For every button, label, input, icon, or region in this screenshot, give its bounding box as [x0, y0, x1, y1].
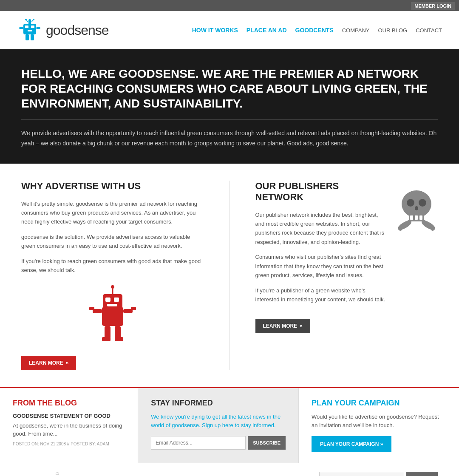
svg-rect-35 — [410, 215, 413, 220]
chevron-right-icon: » — [66, 360, 69, 366]
svg-rect-6 — [19, 27, 23, 29]
svg-rect-23 — [131, 307, 136, 310]
svg-point-13 — [33, 19, 34, 20]
svg-rect-4 — [28, 21, 31, 25]
svg-point-43 — [431, 227, 435, 231]
member-login-link[interactable]: MEMBER LOGIN — [411, 2, 455, 10]
footer: RSS SUBSCRIBE TO OUR RSS FEED SEARCH TER… — [0, 463, 459, 476]
informed-body: We know you're dying to get all the late… — [151, 413, 286, 431]
svg-rect-18 — [107, 304, 117, 306]
publishers-column: OUR PUBLISHERS NETWORK Our publisher net… — [255, 181, 438, 370]
nav-how-it-works[interactable]: HOW IT WORKS — [192, 27, 238, 34]
search-button[interactable]: SEARCH — [406, 472, 438, 476]
svg-rect-26 — [102, 337, 110, 341]
svg-point-32 — [419, 199, 426, 207]
top-bar: MEMBER LOGIN — [0, 0, 459, 11]
nav-our-blog[interactable]: OUR BLOG — [378, 27, 408, 34]
svg-rect-25 — [115, 326, 121, 339]
publishers-title: OUR PUBLISHERS NETWORK — [255, 181, 387, 203]
publishers-learn-more-label: LEARN MORE — [263, 323, 298, 329]
svg-point-42 — [422, 220, 426, 224]
svg-rect-37 — [419, 215, 422, 220]
header: goodsense HOW IT WORKS PLACE AN AD GOODC… — [0, 11, 459, 49]
svg-rect-22 — [89, 307, 94, 310]
publishers-section: OUR PUBLISHERS NETWORK Our publisher net… — [255, 181, 438, 310]
svg-point-29 — [111, 285, 114, 289]
svg-rect-9 — [31, 34, 34, 40]
svg-rect-3 — [28, 30, 32, 31]
footer-right: SEARCH TERMS OF USE PRIVACY POLICY COPYR… — [319, 472, 438, 476]
nav-place-an-ad[interactable]: PLACE AN AD — [246, 27, 287, 34]
blog-post-title-rest: OF GOOD — [83, 413, 110, 419]
learn-more-label: LEARN MORE — [29, 360, 63, 366]
blog-excerpt-text: At goodsense, we're in the business of d… — [13, 422, 122, 437]
publishers-para3: If you're a publisher of a green website… — [255, 286, 387, 304]
svg-line-12 — [31, 20, 33, 22]
blog-title: FROM THE BLOG — [13, 399, 125, 408]
advertise-para1: Well it's pretty simple. goodsense is th… — [21, 199, 204, 227]
svg-rect-1 — [25, 26, 28, 28]
advertise-column: WHY ADVERTISE WITH US Well it's pretty s… — [21, 181, 204, 370]
svg-line-10 — [26, 20, 28, 22]
svg-point-11 — [25, 19, 27, 20]
informed-section: STAY INFORMED We know you're dying to ge… — [138, 388, 299, 463]
advertise-para3: If you're looking to reach green consume… — [21, 257, 204, 275]
publishers-para2: Consumers who visit our publisher's site… — [255, 252, 387, 280]
hero-heading: HELLO, WE ARE GOODSENSE. WE ARE THE PREM… — [21, 66, 438, 120]
svg-rect-2 — [31, 26, 34, 28]
blog-excerpt: At goodsense, we're in the business of d… — [13, 422, 125, 438]
red-robot-svg — [85, 283, 140, 347]
search-row: SEARCH — [319, 472, 438, 476]
svg-point-5 — [28, 19, 31, 22]
blog-post-title-bold: GOODSENSE STATEMENT — [13, 413, 83, 419]
svg-rect-19 — [110, 308, 116, 311]
svg-rect-17 — [114, 298, 119, 302]
logo-icon — [17, 15, 42, 45]
svg-rect-16 — [105, 298, 110, 302]
blog-section: FROM THE BLOG GOODSENSE STATEMENT OF GOO… — [0, 388, 138, 463]
svg-point-33 — [415, 206, 418, 210]
svg-point-30 — [402, 190, 431, 218]
hero-section: HELLO, WE ARE GOODSENSE. WE ARE THE PREM… — [0, 49, 459, 164]
nav-goodcents[interactable]: GOODCENTS — [295, 27, 334, 34]
nav-company[interactable]: COMPANY — [342, 27, 370, 34]
svg-point-41 — [407, 220, 411, 224]
footer-left: RSS SUBSCRIBE TO OUR RSS FEED — [21, 472, 60, 476]
rss-text[interactable]: SUBSCRIBE TO OUR RSS FEED — [55, 472, 60, 476]
publishers-learn-more-button[interactable]: LEARN MORE » — [255, 319, 310, 333]
logo-text: goodsense — [46, 23, 109, 38]
red-robot-image — [21, 283, 204, 347]
publishers-learn-more-wrapper: LEARN MORE » — [255, 319, 438, 333]
nav-contact[interactable]: CONTACT — [416, 27, 442, 34]
advertise-learn-more-button[interactable]: LEARN MORE » — [21, 356, 76, 370]
subscribe-button[interactable]: SUBSCRIBE — [248, 436, 286, 450]
search-input[interactable] — [319, 472, 404, 476]
skull-svg — [395, 185, 438, 232]
campaign-body: Would you like to advertise on goodsense… — [312, 413, 446, 431]
email-row: SUBSCRIBE — [151, 436, 286, 450]
column-divider — [230, 181, 230, 370]
svg-rect-0 — [23, 24, 36, 34]
campaign-title: PLAN YOUR CAMPAIGN — [312, 399, 446, 408]
campaign-section: PLAN YOUR CAMPAIGN Would you like to adv… — [299, 388, 459, 463]
email-input[interactable] — [151, 436, 246, 450]
logo[interactable]: goodsense — [17, 15, 109, 45]
publishers-text: OUR PUBLISHERS NETWORK Our publisher net… — [255, 181, 387, 310]
publishers-para1: Our publisher network includes the best,… — [255, 210, 387, 247]
advertise-para2: goodsense is the solution. We provide ad… — [21, 232, 204, 251]
hero-body: We provide advertisers with the opportun… — [21, 128, 438, 149]
main-section: WHY ADVERTISE WITH US Well it's pretty s… — [0, 164, 459, 387]
campaign-button[interactable]: PLAN YOUR CAMPAIGN » — [312, 436, 391, 452]
svg-rect-8 — [26, 34, 29, 40]
svg-point-31 — [407, 199, 414, 207]
svg-rect-7 — [36, 27, 40, 29]
svg-rect-24 — [105, 326, 110, 339]
chevron-right-icon-2: » — [300, 323, 303, 329]
svg-point-40 — [398, 227, 402, 231]
advertise-title: WHY ADVERTISE WITH US — [21, 181, 204, 192]
blog-meta: POSTED ON: NOV 21 2008 // POSTED BY: ADA… — [13, 442, 125, 446]
blog-post-title: GOODSENSE STATEMENT OF GOOD — [13, 413, 125, 419]
skull-image — [395, 185, 438, 233]
informed-title: STAY INFORMED — [151, 399, 286, 408]
svg-rect-27 — [115, 337, 123, 341]
